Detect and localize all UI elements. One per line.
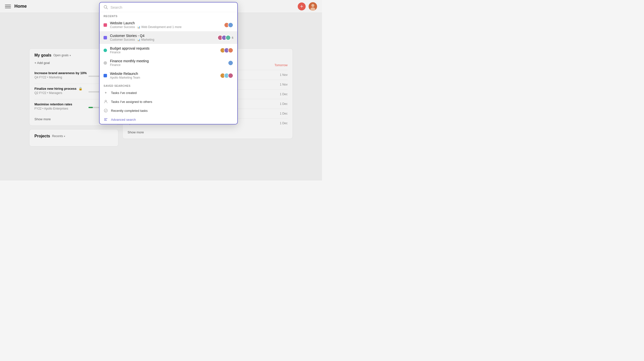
search-recent-4[interactable]: Website Relaunch Apollo Marketing Team: [100, 69, 237, 82]
search-recent-1[interactable]: Customer Stories - Q4 Customer Success ·…: [100, 31, 237, 44]
item-name: Finance monthly meeting: [110, 59, 225, 63]
list-icon: [104, 117, 108, 122]
avatar: [228, 22, 233, 28]
item-name: Website Launch: [110, 21, 221, 25]
search-icon: [104, 5, 108, 10]
item-dot-icon: [104, 49, 107, 52]
item-text: Customer Stories - Q4 Customer Success ·…: [110, 34, 214, 42]
item-text: Website Launch Customer Success · 📊 Web …: [110, 21, 221, 29]
search-recent-2[interactable]: Budget approval requests Finance: [100, 44, 237, 57]
search-recent-3[interactable]: Finance monthly meeting Finance: [100, 57, 237, 69]
avatar: [228, 60, 233, 66]
item-name: Website Relaunch: [110, 72, 217, 76]
search-input-row: [100, 3, 237, 12]
item-avatars: [224, 22, 233, 28]
bar-chart-icon: · 📊: [136, 26, 140, 29]
search-recent-0[interactable]: Website Launch Customer Success · 📊 Web …: [100, 19, 237, 31]
item-text: Website Relaunch Apollo Marketing Team: [110, 72, 217, 79]
item-dot-icon: [104, 74, 107, 77]
item-sub: Customer Success · 📊 Marketing: [110, 38, 214, 42]
search-input[interactable]: [110, 5, 233, 10]
sparkle-icon: ✦: [104, 91, 108, 95]
saved-search-label: Tasks I've assigned to others: [111, 100, 152, 104]
svg-point-16: [104, 109, 108, 112]
item-avatars: [220, 48, 233, 53]
item-sub: Apollo Marketing Team: [110, 76, 217, 79]
item-name: Customer Stories - Q4: [110, 34, 214, 38]
avatar: [228, 48, 233, 53]
recents-label: Recents: [100, 12, 237, 19]
item-sub: Finance: [110, 63, 225, 67]
saved-searches-label: Saved searches: [100, 82, 237, 88]
saved-search-0[interactable]: ✦ Tasks I've created: [100, 88, 237, 97]
item-text: Finance monthly meeting Finance: [110, 59, 225, 67]
person-icon: [104, 99, 108, 104]
search-dropdown: Recents Website Launch Customer Success …: [99, 2, 238, 125]
item-sub: Customer Success · 📊 Web Development and…: [110, 25, 221, 29]
svg-point-15: [105, 100, 106, 102]
item-dot-icon: [104, 23, 107, 27]
saved-search-label: Recently completed tasks: [111, 109, 148, 113]
advanced-search-button[interactable]: Advanced search: [100, 115, 237, 124]
item-text: Budget approval requests Finance: [110, 46, 217, 54]
bar-chart-icon: · 📊: [136, 39, 140, 41]
item-avatars: [228, 60, 233, 66]
badge-count: 6: [232, 36, 233, 39]
item-dot-icon: [104, 61, 107, 65]
avatar: [228, 73, 233, 78]
advanced-search-label: Advanced search: [111, 118, 136, 122]
saved-search-1[interactable]: Tasks I've assigned to others: [100, 97, 237, 106]
item-dot-icon: [104, 36, 107, 40]
svg-line-14: [106, 8, 108, 9]
item-avatars: 6: [218, 35, 233, 41]
avatar: [226, 35, 231, 41]
saved-search-label: Tasks I've created: [111, 91, 137, 95]
item-sub: Finance: [110, 51, 217, 54]
item-avatars: [220, 73, 233, 78]
item-name: Budget approval requests: [110, 46, 217, 50]
check-circle-icon: [104, 108, 108, 113]
saved-search-2[interactable]: Recently completed tasks: [100, 106, 237, 115]
search-overlay: Recents Website Launch Customer Success …: [0, 0, 322, 181]
